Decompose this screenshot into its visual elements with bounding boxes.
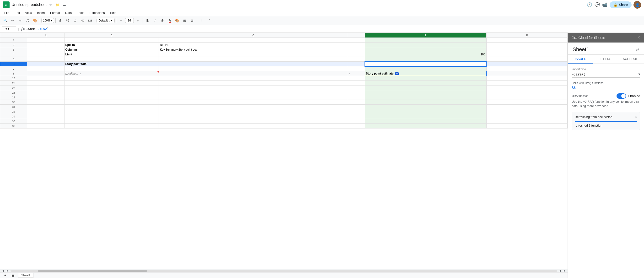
cell-d5[interactable] xyxy=(348,57,365,62)
highlight-color-btn[interactable]: 🎨 xyxy=(174,17,180,24)
tab-schedule[interactable]: SCHEDULE xyxy=(619,55,644,64)
tab-fields[interactable]: FIELDS xyxy=(593,55,618,64)
cell-f1[interactable] xyxy=(486,38,567,42)
cell-f3[interactable] xyxy=(486,47,567,52)
menu-edit[interactable]: Edit xyxy=(12,10,22,16)
comment-icon[interactable]: 💬 xyxy=(594,2,600,8)
strikethrough-btn[interactable]: S xyxy=(159,17,166,24)
cell-a8[interactable] xyxy=(27,71,64,76)
font-increase-btn[interactable]: + xyxy=(134,17,141,24)
zoom-control[interactable]: 100% ▾ xyxy=(41,18,54,23)
menu-data[interactable]: Data xyxy=(63,10,74,16)
cell-f7[interactable] xyxy=(486,66,567,71)
cells-value[interactable]: B8 xyxy=(572,86,640,90)
add-sheet-btn[interactable]: + xyxy=(2,272,8,278)
cell-b1[interactable] xyxy=(64,38,159,42)
italic-btn[interactable]: I xyxy=(152,17,158,24)
cell-d3[interactable] xyxy=(348,47,365,52)
cell-reference-box[interactable]: E6 ▾ xyxy=(2,26,16,31)
menu-insert[interactable]: Insert xyxy=(35,10,47,16)
decrease-decimal-btn[interactable]: .0 xyxy=(72,17,78,24)
format-123-btn[interactable]: 123 xyxy=(87,17,94,24)
col-header-d[interactable] xyxy=(348,33,365,38)
currency-btn[interactable]: £ xyxy=(57,17,64,24)
scroll-left-btn[interactable]: ◀ xyxy=(1,270,5,272)
cell-e2[interactable] xyxy=(365,42,486,47)
tab-issues[interactable]: ISSUES xyxy=(568,55,593,64)
cell-b2[interactable]: Epic ID xyxy=(64,42,159,47)
menu-file[interactable]: File xyxy=(2,10,12,16)
history-icon[interactable]: 🕐 xyxy=(587,2,592,8)
col-header-e[interactable]: E xyxy=(365,33,486,38)
cell-d1[interactable] xyxy=(348,38,365,42)
filter-icon-d8[interactable]: ≡ xyxy=(349,72,350,75)
print-icon[interactable]: 🖨 xyxy=(24,17,31,24)
menu-tools[interactable]: Tools xyxy=(74,10,86,16)
cell-a4[interactable] xyxy=(27,52,64,57)
cell-c7[interactable] xyxy=(159,66,348,71)
cell-b6[interactable]: Story point total xyxy=(64,62,159,66)
cell-d8[interactable]: ≡ xyxy=(348,71,365,76)
col-header-b[interactable]: B xyxy=(64,33,159,38)
cell-c1[interactable] xyxy=(159,38,348,42)
col-header-a[interactable]: A xyxy=(27,33,64,38)
menu-extensions[interactable]: Extensions xyxy=(87,10,107,16)
bold-btn[interactable]: B xyxy=(144,17,151,24)
cell-e1[interactable] xyxy=(365,38,486,42)
sheet-container[interactable]: A B C E F 1 xyxy=(0,33,568,269)
import-type-dropdown[interactable]: ▾ xyxy=(638,72,640,76)
cell-c3[interactable]: Key,Summary,Story point dev xyxy=(159,47,348,52)
cell-e3[interactable] xyxy=(365,47,486,52)
borders-btn[interactable]: ⊞ xyxy=(181,17,188,24)
cell-a6[interactable] xyxy=(27,62,64,66)
font-size-input[interactable]: 10 xyxy=(125,18,134,23)
cell-f6[interactable] xyxy=(486,62,567,66)
cell-a3[interactable] xyxy=(27,47,64,52)
cell-d4[interactable] xyxy=(348,52,365,57)
cell-d7[interactable] xyxy=(348,66,365,71)
nav-right-icon[interactable]: ▶ xyxy=(563,270,566,272)
cell-f4[interactable] xyxy=(486,52,567,57)
cell-a7[interactable] xyxy=(27,66,64,71)
cell-c4[interactable] xyxy=(159,52,348,57)
horizontal-scrollbar[interactable] xyxy=(10,270,557,272)
cell-c6[interactable] xyxy=(159,62,348,66)
cell-a1[interactable] xyxy=(27,38,64,42)
menu-view[interactable]: View xyxy=(23,10,34,16)
cell-f5[interactable] xyxy=(486,57,567,62)
share-button[interactable]: 🔒 Jira Cloud for Sheets Share xyxy=(610,2,632,8)
sheet-menu-btn[interactable]: ☰ xyxy=(10,272,16,278)
video-icon[interactable]: 📹 xyxy=(602,2,608,8)
cell-e4[interactable]: 100 xyxy=(365,52,486,57)
collapse-toolbar-btn[interactable]: ⌃ xyxy=(206,17,212,24)
nav-left-icon[interactable]: ◀ xyxy=(558,270,562,272)
jira-function-toggle[interactable] xyxy=(616,94,626,99)
paint-format-icon[interactable]: 🎨 xyxy=(32,17,38,24)
star-icon[interactable]: ☆ xyxy=(48,2,54,8)
fx-icon[interactable]: ƒx xyxy=(21,27,25,31)
merge-btn[interactable]: ⊠ xyxy=(189,17,196,24)
font-family-selector[interactable]: Default... ▾ xyxy=(96,18,115,23)
search-icon[interactable]: 🔍 xyxy=(2,17,8,24)
cell-a5[interactable] xyxy=(27,57,64,62)
cell-f8[interactable] xyxy=(486,71,567,76)
cell-b7[interactable] xyxy=(64,66,159,71)
cell-d6[interactable] xyxy=(348,62,365,66)
cell-b3[interactable]: Columns xyxy=(64,47,159,52)
col-header-c[interactable]: C xyxy=(159,33,348,38)
undo-icon[interactable]: ↩ xyxy=(9,17,16,24)
col-header-f[interactable]: F xyxy=(486,33,567,38)
text-color-btn[interactable]: A xyxy=(166,17,173,24)
percent-btn[interactable]: % xyxy=(64,17,71,24)
cell-d2[interactable] xyxy=(348,42,365,47)
folder-icon[interactable]: 📁 xyxy=(55,2,60,8)
cell-e8[interactable]: Story point estimate ▼ xyxy=(365,71,486,76)
jira-filter-badge[interactable]: ▼ xyxy=(395,72,399,75)
font-decrease-btn[interactable]: − xyxy=(118,17,124,24)
cell-e5[interactable] xyxy=(365,57,486,62)
scroll-right-btn[interactable]: ▶ xyxy=(6,270,10,272)
cell-b5[interactable] xyxy=(64,57,159,62)
more-options-btn[interactable]: ⋮ xyxy=(198,17,205,24)
cell-e7[interactable] xyxy=(365,66,486,71)
menu-help[interactable]: Help xyxy=(108,10,119,16)
